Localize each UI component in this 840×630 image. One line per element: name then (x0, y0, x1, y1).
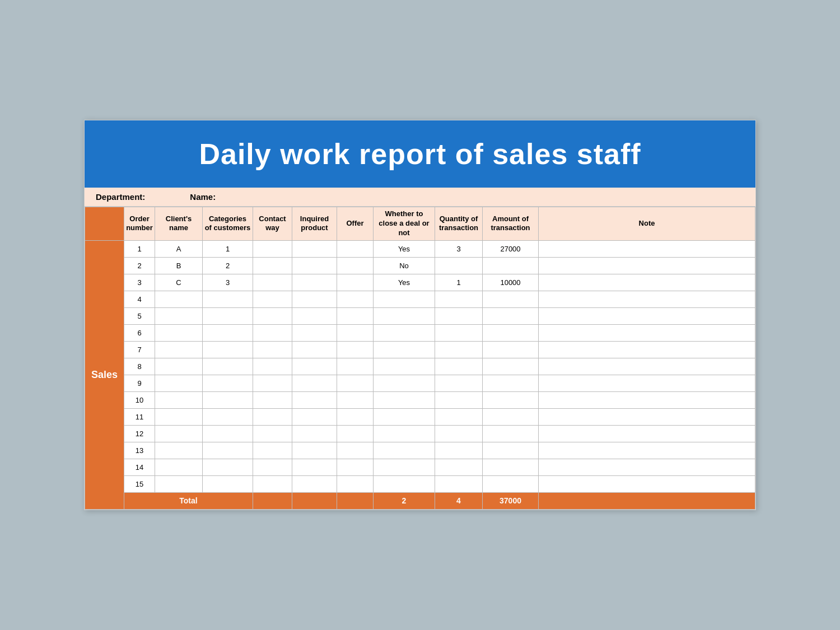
contact-cell (253, 341, 292, 358)
quantity-cell (435, 475, 483, 492)
quantity-cell (435, 341, 483, 358)
whether-cell (374, 341, 435, 358)
order-cell: 4 (124, 291, 155, 307)
inquired-cell (292, 257, 337, 274)
offer-cell (337, 391, 374, 408)
whether-cell (374, 459, 435, 475)
amount-cell: 10000 (483, 274, 539, 291)
total-quantity: 4 (435, 492, 483, 509)
table-row: 15 (85, 475, 755, 492)
table-wrapper: Order number Client's name Categories of… (85, 207, 755, 510)
inquired-cell (292, 341, 337, 358)
amount-header: Amount of transaction (483, 207, 539, 241)
contact-cell (253, 358, 292, 375)
categories-cell (203, 475, 253, 492)
name-label: Name: (190, 192, 216, 202)
contact-cell (253, 459, 292, 475)
whether-cell (374, 408, 435, 425)
inquired-cell (292, 324, 337, 341)
whether-cell (374, 291, 435, 307)
note-cell (539, 442, 755, 459)
categories-cell: 1 (203, 240, 253, 257)
table-row: 8 (85, 358, 755, 375)
order-cell: 8 (124, 358, 155, 375)
offer-header: Offer (337, 207, 374, 241)
table-row: 5 (85, 307, 755, 324)
inquired-cell (292, 240, 337, 257)
amount-cell (483, 408, 539, 425)
note-cell (539, 307, 755, 324)
table-row: 4 (85, 291, 755, 307)
client-cell (155, 358, 203, 375)
contact-cell (253, 475, 292, 492)
whether-cell (374, 442, 435, 459)
categories-cell (203, 408, 253, 425)
client-cell (155, 425, 203, 442)
inquired-cell (292, 459, 337, 475)
amount-cell (483, 291, 539, 307)
offer-cell (337, 408, 374, 425)
whether-header: Whether to close a deal or not (374, 207, 435, 241)
quantity-cell (435, 324, 483, 341)
client-cell (155, 324, 203, 341)
quantity-cell (435, 307, 483, 324)
order-header: Order number (124, 207, 155, 241)
offer-cell (337, 459, 374, 475)
order-cell: 5 (124, 307, 155, 324)
categories-cell (203, 391, 253, 408)
contact-cell (253, 391, 292, 408)
table-row: 13 (85, 442, 755, 459)
note-cell (539, 291, 755, 307)
whether-cell: Yes (374, 274, 435, 291)
note-cell (539, 375, 755, 391)
whether-cell (374, 475, 435, 492)
contact-cell (253, 442, 292, 459)
categories-cell: 3 (203, 274, 253, 291)
note-cell (539, 341, 755, 358)
note-cell (539, 459, 755, 475)
contact-cell (253, 425, 292, 442)
client-header: Client's name (155, 207, 203, 241)
offer-cell (337, 291, 374, 307)
order-cell: 10 (124, 391, 155, 408)
categories-cell (203, 375, 253, 391)
table-row: 11 (85, 408, 755, 425)
note-cell (539, 257, 755, 274)
client-cell (155, 291, 203, 307)
quantity-cell (435, 442, 483, 459)
total-note (539, 492, 755, 509)
categories-cell (203, 459, 253, 475)
offer-cell (337, 274, 374, 291)
quantity-cell: 1 (435, 274, 483, 291)
categories-header: Categories of customers (203, 207, 253, 241)
quantity-cell (435, 358, 483, 375)
quantity-header: Quantity of transaction (435, 207, 483, 241)
client-cell (155, 375, 203, 391)
order-cell: 1 (124, 240, 155, 257)
order-cell: 3 (124, 274, 155, 291)
categories-cell (203, 425, 253, 442)
offer-cell (337, 307, 374, 324)
amount-cell (483, 324, 539, 341)
contact-cell (253, 408, 292, 425)
note-cell (539, 324, 755, 341)
client-cell (155, 307, 203, 324)
total-inquired (292, 492, 337, 509)
categories-cell (203, 341, 253, 358)
inquired-cell (292, 442, 337, 459)
note-header: Note (539, 207, 755, 241)
contact-cell (253, 240, 292, 257)
offer-cell (337, 425, 374, 442)
report-container: Daily work report of sales staff Departm… (84, 120, 756, 510)
table-row: 6 (85, 324, 755, 341)
report-title: Daily work report of sales staff (85, 120, 755, 188)
categories-cell (203, 307, 253, 324)
amount-cell (483, 475, 539, 492)
amount-cell: 27000 (483, 240, 539, 257)
department-label: Department: (96, 192, 145, 202)
total-label: Total (124, 492, 253, 509)
table-row: 9 (85, 375, 755, 391)
categories-cell (203, 291, 253, 307)
client-cell (155, 442, 203, 459)
inquired-cell (292, 291, 337, 307)
